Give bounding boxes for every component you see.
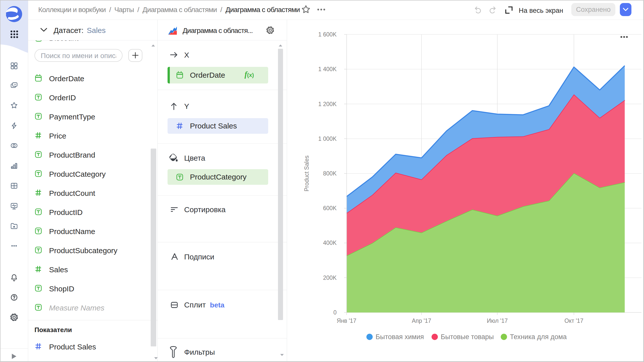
svg-text:600K: 600K	[323, 205, 337, 211]
svg-text:Техника для дома: Техника для дома	[510, 333, 567, 341]
svg-text:0: 0	[333, 309, 337, 316]
svg-text:1 000K: 1 000K	[318, 135, 337, 142]
svg-text:Июл '17: Июл '17	[487, 318, 508, 324]
svg-text:400K: 400K	[323, 240, 337, 246]
svg-text:Бытовые товары: Бытовые товары	[441, 333, 494, 341]
svg-text:1 600K: 1 600K	[318, 31, 337, 38]
svg-text:Апр '17: Апр '17	[412, 318, 431, 324]
svg-text:1 400K: 1 400K	[318, 66, 337, 72]
svg-text:800K: 800K	[323, 170, 337, 177]
svg-text:Product Sales: Product Sales	[303, 155, 310, 191]
svg-text:Окт '17: Окт '17	[565, 318, 583, 324]
svg-text:Бытовая химия: Бытовая химия	[376, 333, 424, 341]
svg-text:1 200K: 1 200K	[318, 101, 337, 107]
svg-text:Янв '17: Янв '17	[337, 318, 356, 324]
svg-text:200K: 200K	[323, 275, 337, 281]
